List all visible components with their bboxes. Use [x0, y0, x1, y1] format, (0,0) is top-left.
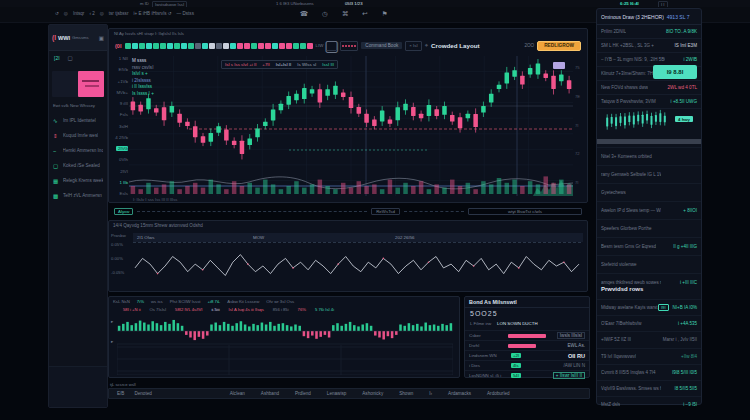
session-chip[interactable]: 6:25 I6:4I — [620, 1, 639, 6]
histogram-header-item[interactable]: 7i% — [137, 299, 144, 304]
heat-square[interactable] — [146, 43, 152, 49]
heat-square[interactable] — [237, 43, 243, 49]
legend-item[interactable]: rssv csvIsI — [132, 65, 154, 70]
grid-toggle-icon[interactable]: ▢ — [326, 41, 337, 51]
placeholder-icon[interactable]: ▢ — [68, 55, 73, 61]
heat-square[interactable] — [188, 43, 194, 49]
provided-row[interactable]: T9 IvI IIqwvwvwvI +IIw 8I4 — [597, 348, 701, 364]
list-item[interactable]: Speefers Glorbew Porthe — [597, 219, 701, 237]
close-filter-button[interactable]: × IsI — [405, 41, 421, 51]
order-row[interactable]: Dsrhl EWL As. — [465, 340, 589, 350]
sidebar-item[interactable]: ▩ TelH zVL Ammersn — [49, 188, 107, 203]
list-item[interactable]: Gyetechews — [597, 183, 701, 201]
browser-control[interactable]: tsr tjsbssr — [109, 11, 129, 16]
histogram-svg[interactable] — [117, 315, 453, 375]
provided-row[interactable]: Cvmrit 8 III5I5 Imqlws 4 7I4 I9I8 5/III … — [597, 364, 701, 380]
legend-item[interactable]: IsIvl s + — [132, 71, 154, 76]
oscillator-column-label[interactable]: MOW — [253, 235, 264, 240]
heat-square[interactable] — [132, 43, 138, 49]
provided-row[interactable]: MstZ dsls i −9 I5I — [597, 396, 701, 412]
provided-row[interactable]: Midway avelane Kayis warst I9I NI+B IA I… — [597, 299, 701, 315]
heat-square[interactable] — [258, 43, 264, 49]
legend-item[interactable]: Is Issss I + — [132, 91, 154, 96]
histogram-header-item[interactable]: Asbw Kii Lsssew — [227, 299, 259, 304]
stat-row[interactable]: SM L HK +2BSL , SL 3G + IS Iml E3M — [597, 39, 701, 53]
oscillator-svg[interactable] — [133, 242, 581, 289]
heat-square[interactable] — [160, 43, 166, 49]
heat-square[interactable] — [307, 43, 313, 49]
provided-row[interactable]: +IWIF 5Z IIZ III Marsr i , JvIv II5II — [597, 331, 701, 347]
heat-square[interactable] — [167, 43, 173, 49]
heat-square[interactable] — [223, 43, 229, 49]
provided-row[interactable]: VqIvII9 Ewslvwss. Smses ws fwhslwel I8 5… — [597, 380, 701, 396]
toolbar-icon[interactable]: ⌘ — [342, 10, 349, 18]
sparkline-badge[interactable]: 4 hwy — [675, 116, 693, 122]
downtown-box[interactable]: wtyt BswTst c/wls — [468, 208, 582, 215]
list-item[interactable]: Stefetrid violenwe — [597, 255, 701, 273]
status-menu-item[interactable]: Ardoburled — [487, 391, 509, 396]
stat-row[interactable]: Prilim 2DNIL 8IO TO..A 9/8K — [597, 25, 701, 39]
new-window-icon[interactable]: ▣ — [99, 35, 104, 41]
status-left-item[interactable]: Denoted — [134, 391, 151, 396]
heat-square[interactable] — [286, 43, 292, 49]
heat-square[interactable] — [195, 43, 201, 49]
list-item[interactable]: Awelon IP d Slews temp — WII IIYII + 8II… — [597, 201, 701, 219]
symbol-glyph[interactable]: (0I — [115, 43, 122, 49]
browser-control[interactable]: ↺ — [55, 11, 59, 16]
heat-square[interactable] — [216, 43, 222, 49]
status-menu-item[interactable]: Alclean — [230, 391, 245, 396]
order-row[interactable]: Lindsnem WN +2I OII RU — [465, 350, 589, 360]
browser-control[interactable]: ‹ 2 — [89, 11, 94, 16]
heat-square[interactable] — [279, 43, 285, 49]
promo-card[interactable] — [52, 71, 104, 97]
legend-item[interactable]: M ssss — [132, 58, 154, 63]
browser-control[interactable]: ◎ — [100, 11, 104, 16]
order-row[interactable]: LosNDNN sl. i5 i 54I + IIswr IsIII II — [465, 370, 589, 380]
workspace-switcher[interactable]: (I WWI Gmssms ▣ — [49, 25, 107, 51]
histogram-header-item[interactable]: +i8 7iL — [207, 299, 220, 304]
sparkline-svg[interactable] — [605, 108, 667, 134]
histogram-header-item[interactable]: Pfst SCIIW lssst — [170, 299, 201, 304]
sidebar-item[interactable]: ⇕ Kuqud Imrle wesl — [49, 128, 107, 143]
status-menu-item[interactable]: I› — [429, 391, 432, 396]
toolbar-icon[interactable]: ◷ — [322, 10, 328, 18]
heat-square[interactable] — [209, 43, 215, 49]
marker-icon[interactable]: ▸ — [111, 339, 113, 344]
alerts-tag[interactable]: Alyxw — [114, 208, 133, 215]
heat-square[interactable] — [265, 43, 271, 49]
sidebar-item[interactable]: ▢ Koked /Se Sealed — [49, 158, 107, 173]
status-left-item[interactable]: E/B — [117, 391, 124, 396]
heat-square[interactable] — [202, 43, 208, 49]
stat-row[interactable]: New FOVd shwws dww 2WL wd 4 0TL — [597, 81, 701, 95]
status-menu-item[interactable]: Ardamacks — [448, 391, 471, 396]
sidebar-item[interactable]: ∿ Im IPL Identwtel — [49, 113, 107, 128]
pin-icon[interactable]: ⌖ — [425, 42, 428, 49]
browser-control[interactable]: i+ E iHB iHtsrvls ↺ — [133, 11, 171, 16]
heat-square[interactable] — [251, 43, 257, 49]
browser-control[interactable]: — Dstss — [177, 11, 194, 16]
heat-square[interactable] — [139, 43, 145, 49]
heat-square[interactable] — [181, 43, 187, 49]
alert-dots-box[interactable] — [340, 41, 358, 51]
candlestick-chart[interactable]: M ssssrssv csvIsIIsIvl s +i 2IsIssssi II… — [129, 56, 573, 196]
order-row[interactable]: i Dies 4Is /AW LIN N — [465, 360, 589, 370]
sidebar-item[interactable]: ▦ Relegk Krems week — [49, 173, 107, 188]
retailers-box[interactable]: ReWsTsd — [371, 208, 400, 215]
heat-square[interactable] — [230, 43, 236, 49]
provided-row[interactable]: O'Easr 7IBwhlwbvlw i +4A 535 — [597, 315, 701, 331]
panel-divider[interactable] — [597, 139, 701, 144]
legend-item[interactable]: i 2IsIssss — [132, 78, 154, 83]
histogram-header-item[interactable]: ws iss — [151, 299, 163, 304]
status-menu-item[interactable]: Prdlend — [295, 391, 311, 396]
legend-item[interactable]: i II IssvIss — [132, 84, 154, 89]
list-item[interactable]: Nitel 3+ Komeens orbited — [597, 147, 701, 165]
redline-cta-button[interactable]: REDLIGROW — [537, 41, 581, 51]
histogram-header-item[interactable]: KsL NsN — [113, 299, 130, 304]
oscillator-column-label[interactable]: 202 26I56 — [395, 235, 415, 240]
toolbar-icon[interactable]: ↩ — [362, 10, 367, 18]
heat-square[interactable] — [300, 43, 306, 49]
browser-control[interactable]: Intsqr — [73, 11, 85, 16]
heat-square[interactable] — [174, 43, 180, 49]
status-menu-item[interactable]: Ashband — [261, 391, 279, 396]
toolbar-icon[interactable]: ⚑ — [382, 10, 388, 18]
